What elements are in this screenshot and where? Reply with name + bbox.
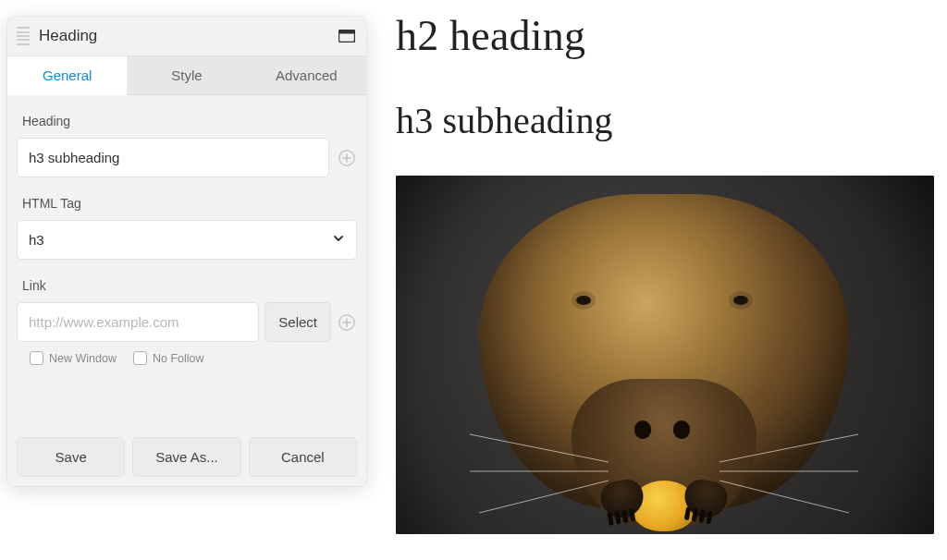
heading-input[interactable]	[17, 138, 329, 177]
checkbox-icon	[133, 351, 147, 365]
panel-body: Heading HTML Tag h3 Link Select	[7, 95, 366, 428]
link-field-label: Link	[17, 273, 357, 302]
responsive-toggle-icon[interactable]	[338, 30, 355, 43]
cancel-button[interactable]: Cancel	[249, 437, 357, 477]
no-follow-label: No Follow	[153, 352, 204, 365]
link-options-row: New Window No Follow	[17, 351, 357, 365]
panel-title: Heading	[39, 27, 338, 45]
heading-connect-icon[interactable]	[337, 148, 357, 168]
chevron-down-icon	[332, 232, 345, 248]
heading-field-label: Heading	[17, 108, 357, 138]
drag-handle-icon[interactable]	[17, 26, 30, 46]
page-preview: h2 heading h3 subheading	[396, 11, 938, 534]
preview-h3-heading: h3 subheading	[396, 99, 938, 142]
html-tag-value: h3	[29, 232, 44, 248]
svg-rect-1	[339, 30, 355, 34]
tab-advanced[interactable]: Advanced	[247, 56, 366, 95]
panel-header: Heading	[7, 17, 366, 56]
tabs: General Style Advanced	[7, 56, 366, 95]
heading-settings-panel: Heading General Style Advanced Heading H…	[7, 17, 366, 486]
save-as-button[interactable]: Save As...	[132, 437, 240, 477]
link-select-button[interactable]: Select	[264, 302, 331, 342]
preview-image	[396, 176, 934, 534]
save-button[interactable]: Save	[17, 437, 125, 477]
tab-style[interactable]: Style	[127, 56, 246, 95]
link-input[interactable]	[17, 302, 259, 342]
new-window-label: New Window	[49, 352, 117, 365]
checkbox-icon	[30, 351, 43, 365]
new-window-checkbox[interactable]: New Window	[30, 351, 117, 365]
no-follow-checkbox[interactable]: No Follow	[133, 351, 204, 365]
preview-h2-heading: h2 heading	[396, 11, 938, 60]
link-connect-icon[interactable]	[337, 312, 357, 333]
html-tag-select[interactable]: h3	[17, 220, 357, 260]
panel-footer: Save Save As... Cancel	[7, 428, 366, 486]
tab-general[interactable]: General	[7, 56, 127, 95]
html-tag-field-label: HTML Tag	[17, 190, 357, 220]
